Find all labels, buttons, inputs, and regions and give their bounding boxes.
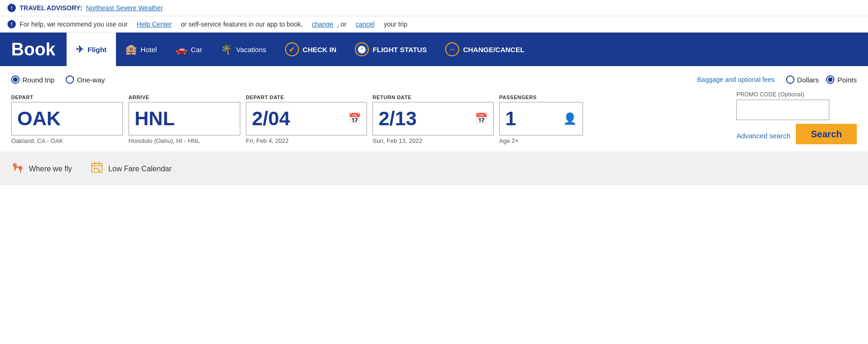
help-advisory-bar: ! For help, we recommend you use our Hel… — [0, 16, 868, 33]
book-label: Book — [0, 33, 67, 66]
help-text-prefix: For help, we recommend you use our — [20, 20, 128, 28]
one-way-option[interactable]: One-way — [66, 75, 105, 84]
promo-group: PROMO CODE (Optional) — [736, 91, 857, 120]
round-trip-radio[interactable] — [11, 75, 20, 84]
points-option[interactable]: Points — [826, 75, 857, 84]
depart-subtext: Oakland, CA - OAK — [11, 137, 123, 144]
nav-items: ✈ Flight 🏨 Hotel 🚗 Car 🌴 Vacations ✔ CHE… — [67, 33, 868, 66]
travel-advisory-bar: ! TRAVEL ADVISORY: Northeast Severe Weat… — [0, 0, 868, 16]
bottom-bar: Where we fly Low Fare Calendar — [0, 152, 868, 185]
trip-type-row: Round trip One-way Baggage and optional … — [11, 75, 857, 84]
nav-car-label: Car — [191, 46, 202, 54]
depart-value: OAK — [17, 108, 61, 130]
car-icon: 🚗 — [176, 44, 187, 55]
round-trip-label: Round trip — [22, 76, 54, 84]
search-button[interactable]: Search — [796, 124, 857, 144]
advisory-label: TRAVEL ADVISORY: — [20, 4, 82, 12]
depart-input[interactable]: OAK — [11, 102, 123, 135]
arrive-value: HNL — [135, 108, 175, 130]
svg-point-2 — [14, 165, 16, 166]
trip-type-options: Round trip One-way — [11, 75, 105, 84]
passengers-subtext: Age 2+ — [499, 137, 583, 144]
advisory-icon: ! — [7, 4, 16, 12]
passengers-label: PASSENGERS — [499, 94, 583, 100]
arrive-field-group: ARRIVE HNL Honolulu (Oahu), HI - HNL — [129, 94, 240, 144]
change-link[interactable]: change — [312, 20, 333, 28]
nav-checkin-label: CHECK IN — [303, 46, 337, 54]
depart-date-field-group: DEPART DATE 2/04 📅 Fri, Feb 4, 2022 — [246, 94, 367, 144]
one-way-radio[interactable] — [66, 75, 74, 84]
return-date-value: 2/13 — [379, 108, 417, 130]
flight-status-circle-icon: 🕐 — [355, 42, 369, 56]
round-trip-option[interactable]: Round trip — [11, 75, 54, 84]
depart-label: DEPART — [11, 94, 123, 100]
svg-rect-6 — [96, 168, 98, 169]
dollars-label: Dollars — [797, 76, 819, 84]
passengers-value: 1 — [505, 108, 516, 130]
depart-date-value: 2/04 — [252, 108, 290, 130]
return-date-label: RETURN DATE — [373, 94, 494, 100]
vacations-icon: 🌴 — [221, 44, 232, 55]
depart-date-subtext: Fri, Feb 4, 2022 — [246, 137, 367, 144]
points-label: Points — [837, 76, 857, 84]
arrive-input[interactable]: HNL — [129, 102, 240, 135]
points-radio[interactable] — [826, 75, 834, 84]
booking-form: DEPART OAK Oakland, CA - OAK ARRIVE HNL … — [11, 91, 857, 144]
where-we-fly-link[interactable]: Where we fly — [11, 161, 72, 177]
nav-item-flight[interactable]: ✈ Flight — [67, 33, 116, 66]
baggage-fees-link[interactable]: Baggage and optional fees — [697, 76, 775, 83]
nav-item-change-cancel[interactable]: ↔ CHANGE/CANCEL — [436, 33, 534, 66]
right-actions: Advanced search Search — [736, 124, 857, 144]
passengers-input[interactable]: 1 👤 — [499, 102, 583, 135]
dollars-option[interactable]: Dollars — [786, 75, 819, 84]
passengers-field-group: PASSENGERS 1 👤 Age 2+ — [499, 94, 583, 144]
currency-options: Dollars Points — [786, 75, 857, 84]
right-section: PROMO CODE (Optional) Advanced search Se… — [736, 91, 857, 144]
where-we-fly-icon — [11, 161, 24, 177]
flight-icon: ✈ — [76, 44, 84, 55]
dollars-radio[interactable] — [786, 75, 794, 84]
promo-label: PROMO CODE (Optional) — [736, 91, 857, 98]
low-fare-calendar-label: Low Fare Calendar — [108, 165, 171, 173]
help-center-link[interactable]: Help Center — [137, 20, 172, 28]
nav-item-car[interactable]: 🚗 Car — [166, 33, 211, 66]
arrive-label: ARRIVE — [129, 94, 240, 100]
help-text-middle: or self-service features in our app to b… — [181, 20, 302, 28]
arrive-subtext: Honolulu (Oahu), HI - HNL — [129, 137, 240, 144]
depart-date-label: DEPART DATE — [246, 94, 367, 100]
advisory-weather-link[interactable]: Northeast Severe Weather — [86, 4, 163, 12]
one-way-label: One-way — [77, 76, 105, 84]
low-fare-calendar-icon — [90, 161, 103, 177]
return-date-input[interactable]: 2/13 📅 — [373, 102, 494, 135]
main-nav: Book ✈ Flight 🏨 Hotel 🚗 Car 🌴 Vacations … — [0, 33, 868, 66]
nav-item-vacations[interactable]: 🌴 Vacations — [211, 33, 276, 66]
checkin-circle-icon: ✔ — [285, 42, 299, 56]
nav-hotel-label: Hotel — [141, 46, 157, 54]
trip-type-right: Baggage and optional fees Dollars Points — [697, 75, 857, 84]
main-content: Round trip One-way Baggage and optional … — [0, 66, 868, 144]
nav-item-flight-status[interactable]: 🕐 FLIGHT STATUS — [346, 33, 436, 66]
help-suffix: your trip — [384, 20, 407, 28]
help-or: , or — [337, 20, 346, 28]
hotel-icon: 🏨 — [125, 44, 137, 55]
return-date-calendar-icon: 📅 — [475, 113, 488, 125]
return-date-field-group: RETURN DATE 2/13 📅 Sun, Feb 13, 2022 — [373, 94, 494, 144]
where-we-fly-label: Where we fly — [29, 165, 72, 173]
advanced-search-link[interactable]: Advanced search — [736, 132, 790, 144]
passenger-person-icon: 👤 — [563, 112, 577, 125]
nav-flight-status-label: FLIGHT STATUS — [373, 46, 427, 54]
promo-code-input[interactable] — [736, 100, 829, 120]
nav-item-hotel[interactable]: 🏨 Hotel — [116, 33, 166, 66]
nav-flight-label: Flight — [88, 46, 107, 54]
depart-field-group: DEPART OAK Oakland, CA - OAK — [11, 94, 123, 144]
nav-item-checkin[interactable]: ✔ CHECK IN — [276, 33, 346, 66]
help-advisory-icon: ! — [7, 20, 16, 28]
svg-rect-5 — [94, 168, 95, 169]
cancel-link[interactable]: cancel — [356, 20, 374, 28]
depart-date-input[interactable]: 2/04 📅 — [246, 102, 367, 135]
low-fare-calendar-link[interactable]: Low Fare Calendar — [90, 161, 171, 177]
svg-point-3 — [20, 168, 21, 169]
nav-vacations-label: Vacations — [236, 46, 266, 54]
change-cancel-circle-icon: ↔ — [445, 42, 459, 56]
return-date-subtext: Sun, Feb 13, 2022 — [373, 137, 494, 144]
